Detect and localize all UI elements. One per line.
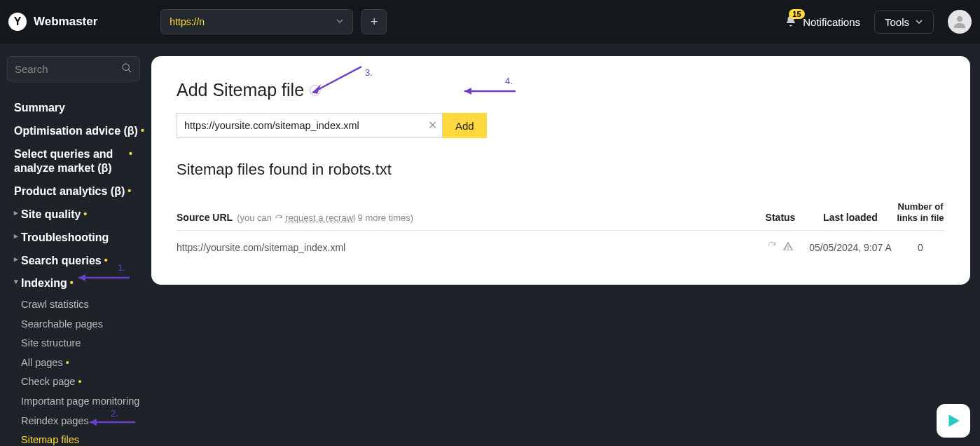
nav-site-quality[interactable]: ▸Site quality•	[7, 203, 146, 227]
chevron-down-icon	[915, 16, 923, 28]
caret-right-icon: ▸	[14, 231, 18, 241]
logo[interactable]: Y Webmaster	[8, 13, 97, 31]
clear-icon[interactable]: ✕	[428, 119, 437, 132]
caret-down-icon: ▾	[14, 276, 18, 286]
annotation-label-1: 1.	[118, 262, 125, 273]
chat-widget[interactable]	[937, 404, 970, 438]
table-row: https://yoursite.com/sitemap_index.xml 0…	[177, 231, 945, 264]
col-status: Status	[756, 212, 805, 223]
nav-product-analytics[interactable]: Product analytics (β)•	[7, 180, 146, 203]
logo-badge: Y	[8, 13, 27, 31]
nav-site-structure[interactable]: Site structure	[7, 334, 146, 353]
dot-icon: •	[141, 124, 144, 137]
row-links: 0	[896, 242, 945, 253]
nav-searchable-pages[interactable]: Searchable pages	[7, 315, 146, 334]
nav-summary[interactable]: Summary	[7, 97, 146, 120]
table-header: Source URL (you can request a recrawl 9 …	[177, 201, 945, 231]
add-site-button[interactable]: +	[361, 9, 387, 34]
nav-crawl-statistics[interactable]: Crawl statistics	[7, 295, 146, 315]
refresh-icon[interactable]	[767, 241, 777, 254]
row-url[interactable]: https://yoursite.com/sitemap_index.xml	[177, 242, 756, 253]
row-last-loaded: 05/05/2024, 9:07 A	[805, 242, 896, 253]
nav-troubleshooting[interactable]: ▸Troubleshooting	[7, 227, 146, 250]
chevron-down-icon	[336, 16, 344, 27]
notifications-label: Notifications	[803, 16, 860, 28]
page-title: Add Sitemap file i	[177, 80, 945, 100]
warning-icon	[782, 241, 794, 254]
dot-icon: •	[66, 357, 69, 368]
site-url: https://n	[170, 16, 205, 27]
avatar[interactable]	[948, 10, 972, 34]
annotation-label-2: 2.	[111, 408, 118, 419]
svg-point-0	[957, 16, 962, 22]
caret-right-icon: ▸	[14, 254, 18, 264]
nav-optimisation[interactable]: Optimisation advice (β)•	[7, 120, 146, 143]
dot-icon: •	[129, 147, 132, 160]
col-last-loaded: Last loaded	[805, 212, 896, 223]
nav-all-pages[interactable]: All pages•	[7, 353, 146, 373]
site-selector[interactable]: https://n	[160, 9, 353, 34]
request-recrawl-link[interactable]: request a recrawl	[285, 212, 355, 223]
content-card: Add Sitemap file i ✕ Add Sitemap files f…	[151, 56, 970, 285]
dot-icon: •	[127, 184, 131, 197]
search-input[interactable]: Search	[7, 56, 140, 81]
svg-line-2	[128, 69, 131, 72]
search-icon	[121, 62, 132, 76]
col-source-url: Source URL	[177, 212, 233, 223]
topbar: Y Webmaster https://n + 15 Notifications…	[0, 0, 980, 43]
main: Add Sitemap file i ✕ Add Sitemap files f…	[146, 43, 980, 446]
dot-icon: •	[83, 208, 87, 220]
plus-icon: +	[371, 15, 378, 29]
svg-point-1	[123, 64, 129, 70]
dot-icon: •	[104, 254, 108, 266]
tools-button[interactable]: Tools	[874, 11, 934, 34]
search-placeholder: Search	[15, 63, 48, 75]
nav-important-page-monitoring[interactable]: Important page monitoring	[7, 392, 146, 412]
annotation-label-3: 3.	[365, 67, 373, 78]
notifications-button[interactable]: 15 Notifications	[779, 11, 866, 34]
sitemap-url-input[interactable]	[177, 113, 443, 138]
col-links: Number of links in file	[896, 201, 945, 223]
section-subtitle: Sitemap files found in robots.txt	[177, 161, 945, 179]
nav-sitemap-files[interactable]: Sitemap files	[7, 431, 146, 446]
svg-marker-11	[949, 414, 960, 426]
nav-check-page[interactable]: Check page•	[7, 372, 146, 392]
add-button[interactable]: Add	[443, 113, 487, 138]
logo-text: Webmaster	[34, 15, 97, 29]
bell-icon: 15	[785, 15, 797, 29]
annotation-label-4: 4.	[505, 76, 513, 86]
notifications-count: 15	[789, 9, 804, 19]
dot-icon: •	[70, 276, 74, 289]
nav-reindex-pages[interactable]: Reindex pages	[7, 412, 146, 431]
recrawl-hint: (you can request a recrawl 9 more times)	[237, 212, 413, 223]
dot-icon: •	[78, 376, 81, 387]
nav-select-queries[interactable]: Select queries and analyze market (β)•	[7, 143, 146, 181]
tools-label: Tools	[885, 16, 909, 28]
sidebar: Search Summary Optimisation advice (β)• …	[0, 43, 146, 446]
row-status	[756, 241, 805, 254]
caret-right-icon: ▸	[14, 208, 18, 217]
nav-indexing[interactable]: ▾Indexing•	[7, 272, 146, 295]
info-icon[interactable]: i	[310, 85, 321, 96]
play-icon	[944, 412, 962, 430]
